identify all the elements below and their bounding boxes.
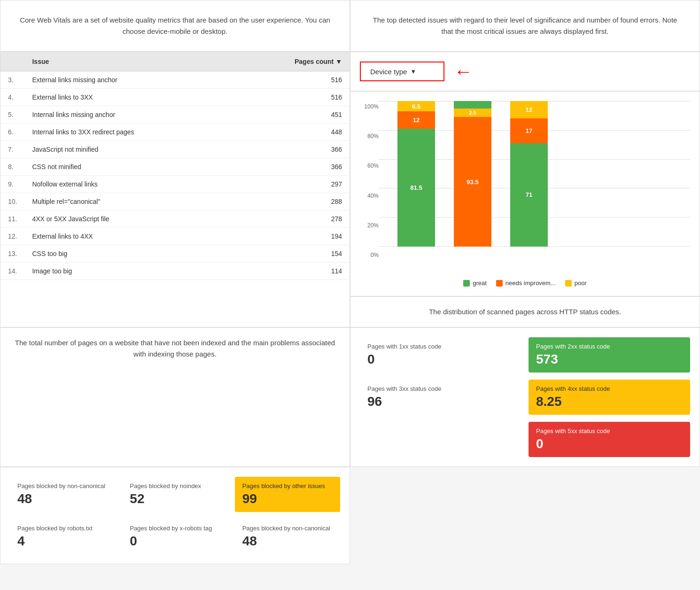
row-count: 194 xyxy=(236,228,350,245)
bar-col-2: 2.5 93.5 xyxy=(454,101,491,247)
dropdown-arrow-icon: ▾ xyxy=(412,67,415,76)
status-1xx: Pages with 1xx status code 0 xyxy=(360,337,521,373)
index-other-issues: Pages blocked by other issues 99 xyxy=(235,477,340,512)
row-count: 366 xyxy=(236,141,350,158)
legend-needs-dot xyxy=(496,280,503,287)
row-num: 8. xyxy=(0,158,24,176)
table-row: 9. Nofollow external links 297 xyxy=(0,176,350,193)
row-issue: Image too big xyxy=(24,263,236,280)
http-description: The distribution of scanned pages across… xyxy=(350,296,700,327)
index-xrobots: Pages blocked by x-robots tag 0 xyxy=(122,519,227,554)
row-num: 4. xyxy=(0,89,24,106)
row-issue: JavaScript not minified xyxy=(24,141,236,158)
row-issue: Multiple rel="canonical" xyxy=(24,193,236,210)
row-issue: External links to 3XX xyxy=(24,89,236,106)
row-count: 114 xyxy=(236,263,350,280)
device-type-dropdown[interactable]: Device type ▾ xyxy=(360,62,444,81)
bar3-poor: 12 xyxy=(510,101,548,118)
row-num: 11. xyxy=(0,210,24,228)
index-non-canonical-2: Pages blocked by non-canonical 48 xyxy=(235,519,340,554)
status-3xx: Pages with 3xx status code 96 xyxy=(360,380,521,415)
bar2-needs: 93.5 xyxy=(454,117,491,247)
index-non-canonical: Pages blocked by non-canonical 48 xyxy=(10,477,115,512)
row-issue: External links to 4XX xyxy=(24,228,236,245)
table-row: 12. External links to 4XX 194 xyxy=(0,228,350,245)
table-row: 4. External links to 3XX 516 xyxy=(0,89,350,106)
row-num: 9. xyxy=(0,176,24,193)
bar-col-1: 6.5 12 81.5 xyxy=(397,101,435,247)
issues-panel: Issue Pages count ▼ 3. External links mi… xyxy=(0,52,350,327)
col-pages: Pages count ▼ xyxy=(236,52,350,71)
row-count: 366 xyxy=(236,158,350,176)
index-description: The total number of pages on a website t… xyxy=(0,327,350,467)
status-5xx: Pages with 5xx status code 0 xyxy=(529,422,690,457)
status-2xx: Pages with 2xx status code 573 xyxy=(529,337,690,373)
row-num: 5. xyxy=(0,106,24,124)
table-row: 5. Internal links missing anchor 451 xyxy=(0,106,350,124)
legend-great: great xyxy=(463,279,487,287)
index-cards: Pages blocked by non-canonical 48 Pages … xyxy=(0,467,350,564)
device-type-section: Device type ▾ ← xyxy=(350,52,700,91)
status-empty xyxy=(360,422,521,457)
row-num: 7. xyxy=(0,141,24,158)
bar1-needs: 12 xyxy=(397,111,435,129)
row-count: 154 xyxy=(236,245,350,263)
bar2-poor: 2.5 xyxy=(454,109,491,117)
table-row: 10. Multiple rel="canonical" 288 xyxy=(0,193,350,210)
status-cards: Pages with 1xx status code 0 Pages with … xyxy=(350,327,700,467)
col-issue: Issue xyxy=(24,52,236,71)
table-row: 6. Internal links to 3XX redirect pages … xyxy=(0,124,350,141)
row-count: 516 xyxy=(236,71,350,89)
issues-table: Issue Pages count ▼ 3. External links mi… xyxy=(0,52,350,280)
legend-poor: poor xyxy=(565,279,587,287)
bar-col-3: 12 17 71 xyxy=(510,101,548,247)
y-axis-labels: 100% 80% 60% 40% 20% 0% xyxy=(360,101,379,261)
table-row: 3. External links missing anchor 516 xyxy=(0,71,350,89)
cwv-description: Core Web Vitals are a set of website qua… xyxy=(0,0,350,52)
bar1-great: 81.5 xyxy=(397,129,435,247)
col-num xyxy=(0,52,24,71)
row-issue: External links missing anchor xyxy=(24,71,236,89)
bar3-great: 71 xyxy=(510,143,548,247)
status-4xx: Pages with 4xx status code 8.25 xyxy=(529,380,690,415)
red-arrow-icon: ← xyxy=(454,62,473,81)
row-issue: Internal links to 3XX redirect pages xyxy=(24,124,236,141)
legend-needs: needs improvem... xyxy=(496,279,556,287)
row-issue: CSS too big xyxy=(24,245,236,263)
issues-description: The top detected issues with regard to t… xyxy=(350,0,700,52)
table-row: 7. JavaScript not minified 366 xyxy=(0,141,350,158)
legend-poor-dot xyxy=(565,280,572,287)
row-num: 13. xyxy=(0,245,24,263)
row-issue: Nofollow external links xyxy=(24,176,236,193)
row-count: 448 xyxy=(236,124,350,141)
row-count: 297 xyxy=(236,176,350,193)
table-row: 8. CSS not minified 366 xyxy=(0,158,350,176)
chart-legend: great needs improvem... poor xyxy=(360,279,690,287)
row-count: 516 xyxy=(236,89,350,106)
index-noindex: Pages blocked by noindex 52 xyxy=(122,477,227,512)
table-row: 13. CSS too big 154 xyxy=(0,245,350,263)
row-num: 10. xyxy=(0,193,24,210)
row-count: 451 xyxy=(236,106,350,124)
table-row: 14. Image too big 114 xyxy=(0,263,350,280)
row-issue: Internal links missing anchor xyxy=(24,106,236,124)
index-robots: Pages blocked by robots.txt 4 xyxy=(10,519,115,554)
cwv-chart: 100% 80% 60% 40% 20% 0% xyxy=(350,91,700,296)
table-row: 11. 4XX or 5XX JavaScript file 278 xyxy=(0,210,350,228)
legend-great-dot xyxy=(463,280,470,287)
row-issue: 4XX or 5XX JavaScript file xyxy=(24,210,236,228)
row-num: 14. xyxy=(0,263,24,280)
bar1-poor: 6.5 xyxy=(397,101,435,111)
bar2-great xyxy=(454,101,491,109)
row-issue: CSS not minified xyxy=(24,158,236,176)
row-num: 6. xyxy=(0,124,24,141)
row-num: 3. xyxy=(0,71,24,89)
row-count: 288 xyxy=(236,193,350,210)
bar3-needs: 17 xyxy=(510,118,548,143)
device-type-label: Device type xyxy=(370,68,407,76)
row-num: 12. xyxy=(0,228,24,245)
row-count: 278 xyxy=(236,210,350,228)
